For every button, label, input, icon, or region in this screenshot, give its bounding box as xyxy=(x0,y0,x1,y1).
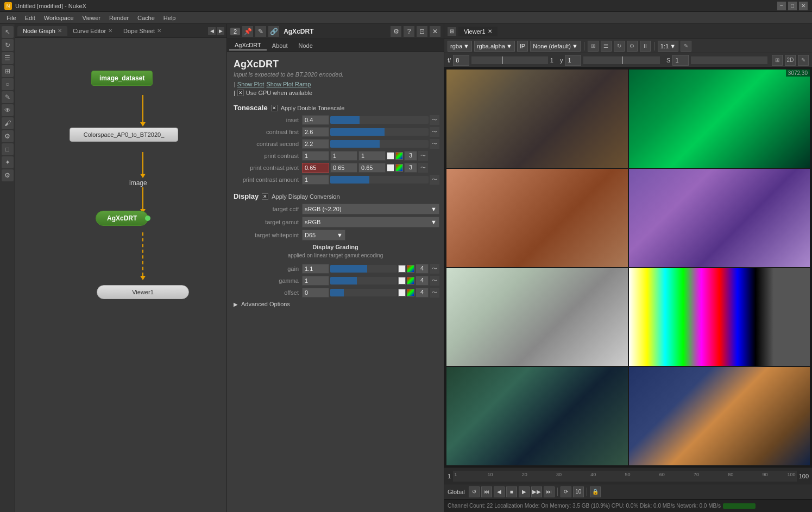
timeline-ruler[interactable]: 1 10 20 30 40 50 60 70 80 90 100 xyxy=(453,471,797,482)
close-node-graph-tab[interactable]: ✕ xyxy=(58,28,62,34)
tonescale-checkbox[interactable] xyxy=(271,105,278,111)
print-contrast-pivot-swatch-rgb[interactable] xyxy=(395,164,403,172)
exposure-slider[interactable] xyxy=(471,56,548,64)
wipe-btn[interactable]: ✎ xyxy=(798,55,809,66)
close-dope-sheet-tab[interactable]: ✕ xyxy=(157,28,161,34)
gamma-swatch-white[interactable] xyxy=(398,277,406,285)
play-btn[interactable]: ▶▶ xyxy=(531,486,542,497)
print-contrast-pivot-input-b[interactable] xyxy=(358,163,386,173)
sidebar-icon-gear[interactable]: ⚙ xyxy=(2,169,14,181)
gain-input[interactable] xyxy=(302,264,329,274)
channel2-dropdown[interactable]: rgba.alpha ▼ xyxy=(474,41,515,52)
viewer-btn-1[interactable]: ⊞ xyxy=(588,41,599,52)
tab-left-arrow[interactable]: ◀ xyxy=(208,27,216,35)
gamma-curve[interactable]: 〜 xyxy=(430,276,439,286)
props-tab-node[interactable]: Node xyxy=(293,41,318,50)
print-contrast-input-r[interactable] xyxy=(302,151,329,161)
menu-edit[interactable]: Edit xyxy=(21,14,40,22)
print-contrast-input-g[interactable] xyxy=(330,151,357,161)
s-input[interactable] xyxy=(672,55,689,66)
node-viewer1[interactable]: Viewer1 xyxy=(97,285,189,299)
close-curve-editor-tab[interactable]: ✕ xyxy=(108,28,112,34)
gain-number[interactable]: 4 xyxy=(416,264,429,274)
loop-btn[interactable]: ⟳ xyxy=(561,486,571,497)
y-slider[interactable] xyxy=(583,56,660,64)
use-gpu-checkbox[interactable] xyxy=(237,90,244,96)
print-contrast-number[interactable]: 3 xyxy=(404,151,417,161)
sidebar-icon-tool[interactable]: ⚙ xyxy=(2,130,14,142)
offset-swatch-rgb[interactable] xyxy=(407,289,414,296)
minimize-button[interactable]: − xyxy=(777,2,786,10)
target-cctf-dropdown[interactable]: sRGB (~2.20) ▼ xyxy=(302,204,439,214)
contrast-first-curve[interactable]: 〜 xyxy=(430,127,439,137)
float-icon[interactable]: ⊡ xyxy=(417,26,427,37)
sidebar-icon-grid[interactable]: ⊞ xyxy=(2,65,14,77)
gamma-swatch-rgb[interactable] xyxy=(407,277,414,285)
print-contrast-amount-input[interactable] xyxy=(302,175,329,185)
offset-curve[interactable]: 〜 xyxy=(430,288,439,298)
fps-btn[interactable]: 10 xyxy=(573,486,584,497)
prev-frame-btn[interactable]: ◀ xyxy=(494,486,505,497)
gain-swatch-white[interactable] xyxy=(398,265,406,273)
mode-2d-btn[interactable]: 2D xyxy=(785,55,796,66)
contrast-second-input[interactable] xyxy=(302,139,329,149)
print-contrast-amount-curve[interactable]: 〜 xyxy=(430,175,439,185)
inset-input[interactable] xyxy=(302,115,329,125)
contrast-second-curve[interactable]: 〜 xyxy=(430,139,439,149)
gamma-number[interactable]: 4 xyxy=(416,276,429,286)
gain-swatch-rgb[interactable] xyxy=(407,265,414,273)
display-checkbox[interactable] xyxy=(262,193,268,200)
menu-help[interactable]: Help xyxy=(159,14,180,22)
node-image-dataset[interactable]: image_dataset xyxy=(91,71,153,86)
gamma-slider[interactable] xyxy=(330,277,397,285)
go-end-btn[interactable]: ⏭ xyxy=(544,486,555,497)
print-contrast-amount-slider[interactable] xyxy=(330,176,429,184)
print-contrast-pivot-number[interactable]: 3 xyxy=(404,163,417,173)
offset-swatch-white[interactable] xyxy=(398,289,406,296)
lock-btn[interactable]: 🔒 xyxy=(590,486,601,497)
props-tab-agxcdrt[interactable]: AgXcDRT xyxy=(229,41,267,50)
contrast-first-slider[interactable] xyxy=(330,128,429,136)
viewer-btn-2[interactable]: ☰ xyxy=(601,41,612,52)
y-input[interactable] xyxy=(565,55,581,66)
ip-dropdown[interactable]: IP xyxy=(517,41,528,52)
f-input[interactable] xyxy=(453,55,469,66)
print-contrast-curve[interactable]: 〜 xyxy=(418,151,428,161)
node-graph-canvas[interactable]: image_dataset Colorspace_AP0_to_BT2020_ … xyxy=(15,38,226,512)
tab-node-graph[interactable]: Node Graph ✕ xyxy=(17,26,67,36)
node-agxcdrt[interactable]: AgXcDRT xyxy=(96,211,148,226)
tab-right-arrow[interactable]: ▶ xyxy=(217,27,224,35)
menu-viewer[interactable]: Viewer xyxy=(78,14,105,22)
pin-icon[interactable]: 📌 xyxy=(242,26,253,37)
offset-slider[interactable] xyxy=(330,289,397,296)
sidebar-icon-brush[interactable]: 🖌 xyxy=(2,117,14,129)
menu-render[interactable]: Render xyxy=(105,14,133,22)
link-icon[interactable]: 🔗 xyxy=(268,26,279,37)
print-contrast-input-b[interactable] xyxy=(358,151,386,161)
checkboard-btn[interactable]: ⊞ xyxy=(772,55,783,66)
print-contrast-pivot-input-r[interactable] xyxy=(302,163,329,173)
gain-slider[interactable] xyxy=(330,265,397,273)
print-contrast-pivot-input-g[interactable] xyxy=(330,163,357,173)
contrast-first-input[interactable] xyxy=(302,127,329,137)
gain-curve[interactable]: 〜 xyxy=(430,264,439,274)
show-plot-ramp-link[interactable]: Show Plot Ramp xyxy=(266,81,311,87)
tab-dope-sheet[interactable]: Dope Sheet ✕ xyxy=(118,26,167,36)
next-frame-btn[interactable]: ▶ xyxy=(519,486,530,497)
sidebar-icon-eye[interactable]: 👁 xyxy=(2,104,14,116)
viewer-panel-icon[interactable]: ⊞ xyxy=(448,27,456,36)
sidebar-icon-pen[interactable]: ✎ xyxy=(2,91,14,103)
viewer-paint-btn[interactable]: ✎ xyxy=(681,41,691,52)
offset-input[interactable] xyxy=(302,288,329,298)
s-slider[interactable] xyxy=(691,56,767,64)
update-btn[interactable]: ↺ xyxy=(469,486,480,497)
go-start-btn[interactable]: ⏮ xyxy=(481,486,492,497)
help-icon[interactable]: ? xyxy=(404,26,414,37)
sidebar-icon-circle[interactable]: ○ xyxy=(2,78,14,90)
pencil-icon[interactable]: ✎ xyxy=(255,26,266,37)
menu-workspace[interactable]: Workspace xyxy=(40,14,78,22)
viewer-tab-viewer1[interactable]: Viewer1 ✕ xyxy=(458,27,498,36)
target-whitepoint-dropdown[interactable]: D65 ▼ xyxy=(302,230,345,241)
stop-btn[interactable]: ■ xyxy=(506,486,517,497)
settings-icon[interactable]: ⚙ xyxy=(391,26,401,37)
